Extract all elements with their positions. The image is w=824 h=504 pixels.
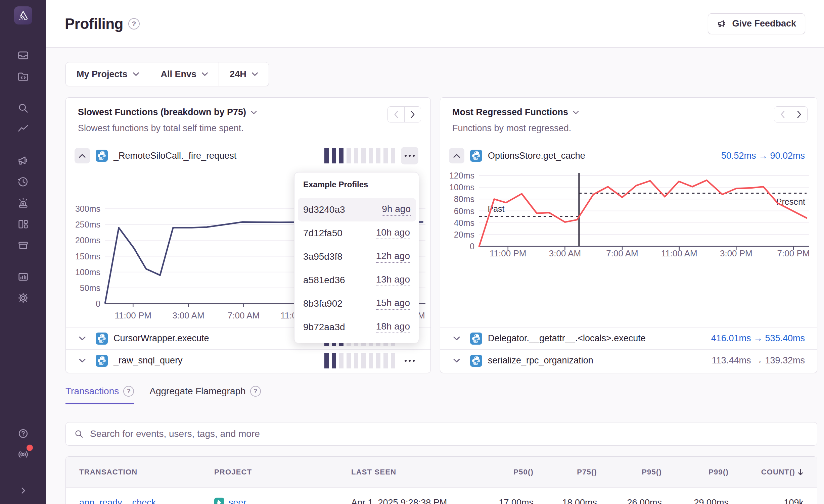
regressed-panel-subtitle: Functions by most regressed. bbox=[452, 123, 805, 134]
profile-id[interactable]: 3a95d3f8 bbox=[303, 251, 342, 262]
help-icon[interactable] bbox=[16, 427, 30, 440]
expand-chevron-down-icon[interactable] bbox=[75, 331, 90, 346]
profile-id[interactable]: 9b72aa3d bbox=[303, 322, 345, 333]
profile-item[interactable]: 9b72aa3d 18h ago bbox=[294, 315, 419, 339]
profile-id[interactable]: 7d12fa50 bbox=[303, 228, 342, 239]
popup-title: Example Profiles bbox=[294, 172, 419, 195]
column-header-transaction[interactable]: TRANSACTION bbox=[79, 468, 214, 476]
profile-id[interactable]: 8b3fa902 bbox=[303, 298, 342, 309]
function-name[interactable]: serialize_rpc_organization bbox=[488, 355, 593, 366]
column-header-p99[interactable]: P99() bbox=[662, 468, 729, 476]
function-row: serialize_rpc_organization 113.44ms → 13… bbox=[440, 349, 817, 371]
alerts-siren-icon[interactable] bbox=[16, 196, 30, 210]
python-icon bbox=[470, 150, 482, 162]
regressed-panel-header: Most Regressed Functions Functions by mo… bbox=[440, 98, 817, 144]
chevron-down-icon bbox=[573, 110, 579, 114]
profile-id[interactable]: 9d3240a3 bbox=[303, 204, 345, 215]
collapse-chevron-up-icon[interactable] bbox=[75, 148, 90, 163]
prev-page-button[interactable] bbox=[388, 107, 404, 122]
row-options-button[interactable] bbox=[401, 147, 418, 164]
column-header-last-seen[interactable]: LAST SEEN bbox=[351, 468, 470, 476]
column-header-project[interactable]: PROJECT bbox=[214, 468, 351, 476]
envs-filter-dropdown[interactable]: All Envs bbox=[150, 62, 219, 86]
next-page-button[interactable] bbox=[404, 107, 421, 122]
table-row[interactable]: app_ready__check seer Apr 1, 2025 9:28:3… bbox=[66, 488, 817, 504]
profile-item[interactable]: 7d12fa50 10h ago bbox=[294, 221, 419, 245]
chevron-left-icon bbox=[780, 111, 785, 118]
next-page-button[interactable] bbox=[791, 107, 807, 122]
time-range-dropdown[interactable]: 24H bbox=[219, 62, 269, 86]
transactions-table: TRANSACTION PROJECT LAST SEEN P50() P75(… bbox=[65, 456, 817, 504]
slowest-panel-header: Slowest Functions (breakdown by P75) Slo… bbox=[66, 98, 430, 144]
envs-filter-label: All Envs bbox=[161, 69, 197, 80]
transaction-link[interactable]: app_ready__check bbox=[79, 498, 214, 504]
sidebar-expand-chevron-icon[interactable] bbox=[16, 484, 30, 497]
issues-icon[interactable] bbox=[16, 49, 30, 62]
regression-change[interactable]: 113.44ms → 139.32ms bbox=[712, 355, 805, 366]
profile-age[interactable]: 12h ago bbox=[376, 251, 410, 263]
function-name[interactable]: CursorWrapper.execute bbox=[113, 333, 209, 344]
sentry-logo[interactable] bbox=[14, 6, 32, 24]
regressed-panel-title-dropdown[interactable]: Most Regressed Functions bbox=[452, 107, 579, 117]
column-header-p75[interactable]: P75() bbox=[534, 468, 597, 476]
dashboards-icon[interactable] bbox=[16, 217, 30, 231]
sidebar-nav bbox=[16, 49, 30, 312]
count-cell: 109k bbox=[729, 498, 804, 504]
profile-item[interactable]: 9d3240a3 9h ago bbox=[298, 198, 416, 221]
expand-chevron-down-icon[interactable] bbox=[449, 331, 464, 346]
releases-icon[interactable] bbox=[16, 239, 30, 252]
page-help-icon[interactable]: ? bbox=[128, 18, 140, 30]
tab-aggregate-flamegraph[interactable]: Aggregate Flamegraph ? bbox=[149, 386, 261, 404]
profile-item[interactable]: a581ed36 13h ago bbox=[294, 268, 419, 292]
explore-code-icon[interactable] bbox=[16, 70, 30, 83]
column-header-p95[interactable]: P95() bbox=[597, 468, 662, 476]
filter-bar: My Projects All Envs 24H bbox=[65, 62, 269, 86]
performance-icon[interactable] bbox=[16, 122, 30, 136]
give-feedback-button[interactable]: Give Feedback bbox=[708, 13, 805, 34]
row-options-button[interactable] bbox=[401, 352, 418, 369]
projects-filter-dropdown[interactable]: My Projects bbox=[66, 62, 150, 86]
collapse-chevron-up-icon[interactable] bbox=[449, 148, 464, 163]
sidebar-bottom bbox=[0, 427, 46, 504]
profile-age[interactable]: 9h ago bbox=[382, 204, 411, 216]
search-icon[interactable] bbox=[16, 101, 30, 115]
profile-age[interactable]: 15h ago bbox=[376, 298, 410, 310]
p50-cell: 17.00ms bbox=[470, 498, 534, 504]
most-regressed-panel: 020ms40ms60ms80ms100ms120ms11:00 PM3:00 … bbox=[440, 97, 817, 373]
column-header-count[interactable]: COUNT() bbox=[729, 468, 804, 476]
time-range-label: 24H bbox=[230, 69, 246, 80]
regression-change[interactable]: 50.52ms → 90.02ms bbox=[721, 151, 805, 161]
expand-chevron-down-icon[interactable] bbox=[449, 353, 464, 368]
stats-icon[interactable] bbox=[16, 270, 30, 284]
tab-help-icon[interactable]: ? bbox=[250, 386, 261, 397]
replays-icon[interactable] bbox=[16, 175, 30, 189]
settings-gear-icon[interactable] bbox=[16, 291, 30, 305]
profile-age[interactable]: 10h ago bbox=[376, 227, 410, 239]
expand-chevron-down-icon[interactable] bbox=[75, 353, 90, 368]
function-name[interactable]: _raw_snql_query bbox=[113, 355, 183, 366]
search-input[interactable] bbox=[90, 429, 809, 439]
profile-age[interactable]: 13h ago bbox=[376, 274, 410, 286]
page-title: Profiling bbox=[65, 15, 123, 32]
profile-age[interactable]: 18h ago bbox=[376, 321, 410, 333]
feedback-megaphone-icon[interactable] bbox=[16, 154, 30, 167]
regressed-panel-pager bbox=[774, 106, 808, 122]
prev-page-button[interactable] bbox=[774, 107, 791, 122]
content: My Projects All Envs 24H 050ms100ms150ms… bbox=[46, 48, 824, 504]
chevron-down-icon bbox=[252, 72, 258, 76]
tab-transactions[interactable]: Transactions ? bbox=[65, 386, 134, 404]
slowest-panel-title-dropdown[interactable]: Slowest Functions (breakdown by P75) bbox=[78, 107, 257, 117]
profile-item[interactable]: 8b3fa902 15h ago bbox=[294, 292, 419, 315]
function-name[interactable]: _RemoteSiloCall._fire_request bbox=[113, 151, 236, 161]
projects-filter-label: My Projects bbox=[77, 69, 128, 80]
column-header-p50[interactable]: P50() bbox=[470, 468, 534, 476]
profile-id[interactable]: a581ed36 bbox=[303, 275, 345, 286]
function-name[interactable]: Delegator.__getattr__.<locals>.execute bbox=[488, 333, 646, 344]
give-feedback-label: Give Feedback bbox=[732, 18, 796, 29]
profile-item[interactable]: 3a95d3f8 12h ago bbox=[294, 245, 419, 268]
notification-dot bbox=[27, 445, 33, 451]
tab-help-icon[interactable]: ? bbox=[123, 386, 134, 397]
function-name[interactable]: OptionsStore.get_cache bbox=[488, 151, 585, 161]
project-cell[interactable]: seer bbox=[214, 498, 351, 504]
regression-change[interactable]: 416.01ms → 535.40ms bbox=[711, 333, 805, 344]
